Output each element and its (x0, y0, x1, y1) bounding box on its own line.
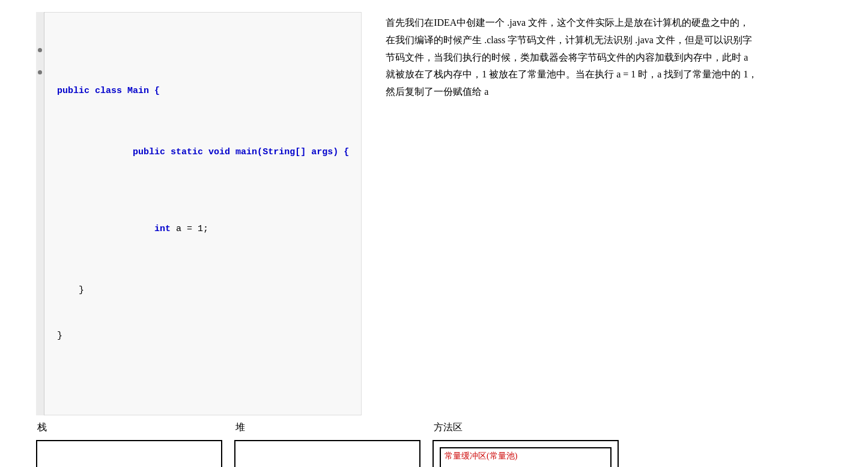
gutter-marker-1 (38, 48, 42, 52)
method-area-box: 常量缓冲区(常量池) 1 方法区(类模板) 静态元素区(static) (432, 440, 619, 468)
code-line-1: public class Main { (57, 86, 160, 96)
heap-box (234, 440, 420, 468)
code-editor: public class Main { public static void m… (36, 12, 362, 415)
description-text: 首先我们在IDEA中创建一个 .java 文件，这个文件实际上是放在计算机的硬盘… (386, 12, 758, 415)
memory-diagram: main a 常量缓冲区(常量池) 1 方法区(类模板) (36, 440, 832, 468)
heap-label: 堆 (234, 421, 420, 434)
constant-pool-box: 常量缓冲区(常量池) 1 (440, 447, 612, 468)
stack-label: 栈 (36, 421, 222, 434)
constant-pool-label: 常量缓冲区(常量池) (441, 448, 610, 462)
stack-box: main a (36, 440, 222, 468)
code-line-2-keywords: public static void main(String[] args) { (111, 147, 349, 157)
method-label: 方法区 (432, 421, 619, 434)
gutter-marker-2 (38, 70, 42, 74)
